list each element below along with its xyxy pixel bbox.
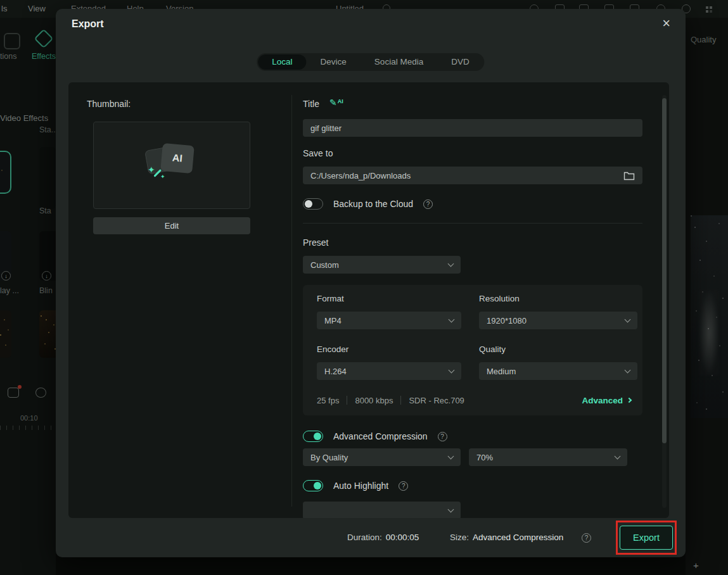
format-settings-box: Format Resolution MP4 1920*1080 Encoder … (303, 285, 642, 415)
info-separator (400, 396, 401, 405)
preset-select[interactable]: Custom (303, 256, 461, 274)
export-tabbar: Local Device Social Media DVD (257, 53, 484, 71)
compression-amount-value: 70% (476, 453, 493, 462)
advanced-compression-row: Advanced Compression ? (303, 429, 447, 444)
question-glyph: ? (426, 201, 430, 208)
resolution-value: 1920*1080 (487, 316, 527, 325)
resolution-label: Resolution (479, 294, 520, 303)
color-space-value: SDR - Rec.709 (409, 396, 464, 405)
section-divider (303, 223, 642, 224)
duration-info: Duration: 00:00:05 (347, 533, 419, 542)
folder-icon[interactable] (623, 171, 635, 180)
save-to-value: C:/Users/nda_p/Downloads (310, 171, 411, 180)
encoder-label: Encoder (317, 344, 348, 354)
ai-card-front: AI (160, 143, 195, 174)
close-icon[interactable]: × (662, 16, 670, 30)
question-glyph: ? (402, 483, 406, 490)
edit-thumbnail-button[interactable]: Edit (93, 217, 250, 234)
preset-value: Custom (310, 260, 339, 270)
resolution-select[interactable]: 1920*1080 (479, 312, 637, 329)
advanced-compression-toggle[interactable] (303, 431, 323, 442)
duration-value: 00:00:05 (386, 533, 419, 542)
save-to-input[interactable]: C:/Users/nda_p/Downloads (303, 167, 642, 184)
info-separator (347, 396, 347, 405)
title-input[interactable]: gif glitter (303, 119, 642, 137)
compression-mode-select[interactable]: By Quality (303, 448, 461, 466)
chevron-down-icon (449, 316, 455, 322)
chevron-down-icon (448, 506, 454, 512)
export-button[interactable]: Export (620, 526, 673, 550)
preset-label: Preset (303, 237, 328, 248)
size-value: Advanced Compression (473, 533, 563, 542)
sparkle-icon: ✦ (148, 165, 155, 175)
chevron-down-icon (448, 260, 454, 267)
tab-local[interactable]: Local (258, 54, 306, 70)
stream-info-row: 25 fps 8000 kbps SDR - Rec.709 Advanced (317, 390, 631, 410)
format-label: Format (317, 294, 344, 303)
clipped-select[interactable] (303, 502, 461, 518)
tab-device[interactable]: Device (307, 54, 361, 70)
question-glyph: ? (585, 534, 589, 541)
bitrate-value: 8000 kbps (355, 396, 393, 405)
ai-title-edit-icon[interactable]: ✎ AI (329, 98, 343, 108)
advanced-compression-label: Advanced Compression (333, 431, 428, 441)
chevron-down-icon (448, 453, 454, 459)
auto-highlight-help-icon[interactable]: ? (399, 481, 408, 491)
scrollbar-thumb[interactable] (662, 98, 667, 443)
ai-card-text: AI (172, 152, 183, 164)
chevron-down-icon (625, 316, 631, 322)
auto-highlight-toggle[interactable] (303, 480, 323, 491)
compression-mode-value: By Quality (310, 453, 348, 462)
sparkle-icon: ✦ (160, 174, 165, 180)
fps-value: 25 fps (317, 396, 339, 405)
column-divider (291, 95, 292, 507)
size-label: Size: (450, 533, 469, 542)
dialog-title: Export (72, 18, 104, 30)
pen-glyph: ✎ (329, 98, 337, 108)
size-help-icon[interactable]: ? (582, 533, 591, 543)
compression-help-icon[interactable]: ? (438, 432, 447, 441)
chevron-right-icon (627, 398, 632, 403)
ai-glyph: AI (338, 98, 343, 104)
encoder-value: H.264 (324, 367, 347, 376)
advanced-link[interactable]: Advanced (582, 396, 631, 405)
quality-label: Quality (479, 344, 506, 354)
title-value: gif glitter (310, 123, 342, 133)
export-dialog: Export × Local Device Social Media DVD T… (56, 9, 686, 557)
quality-value: Medium (487, 367, 516, 376)
save-to-label: Save to (303, 148, 333, 158)
backup-help-icon[interactable]: ? (423, 199, 433, 209)
title-label: Title (303, 99, 319, 109)
chevron-down-icon (625, 367, 631, 373)
encoder-select[interactable]: H.264 (317, 362, 461, 380)
tab-dvd[interactable]: DVD (437, 54, 483, 70)
compression-amount-select[interactable]: 70% (469, 448, 627, 466)
format-select[interactable]: MP4 (317, 312, 461, 329)
backup-label: Backup to the Cloud (333, 199, 413, 209)
format-value: MP4 (324, 316, 342, 325)
chevron-down-icon (615, 453, 621, 459)
ai-thumbnail-graphic: AI ✦ ✦ (141, 141, 202, 185)
duration-label: Duration: (347, 533, 382, 542)
advanced-link-label: Advanced (582, 396, 623, 405)
backup-row: Backup to the Cloud ? (303, 196, 433, 212)
size-info: Size: Advanced Compression (450, 533, 563, 542)
thumbnail-preview: AI ✦ ✦ (93, 122, 250, 209)
chevron-down-icon (449, 367, 455, 373)
thumbnail-label: Thumbnail: (87, 99, 131, 109)
auto-highlight-row: Auto Highlight ? (303, 478, 408, 493)
auto-highlight-label: Auto Highlight (333, 481, 388, 491)
backup-toggle[interactable] (303, 198, 323, 210)
question-glyph: ? (440, 433, 444, 440)
quality-select[interactable]: Medium (479, 362, 637, 380)
tab-social-media[interactable]: Social Media (361, 54, 437, 70)
export-settings-panel: Thumbnail: AI ✦ ✦ Edit Title ✎ AI gif gl… (68, 82, 669, 518)
